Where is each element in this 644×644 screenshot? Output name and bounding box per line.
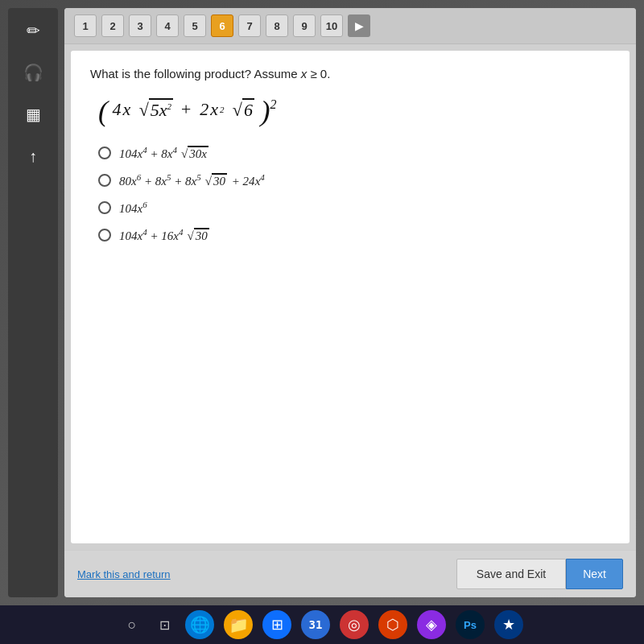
- footer-buttons: Save and Exit Next: [456, 559, 623, 589]
- desktop: ✏ 🎧 ▦ ↑ 1 2 3 4 5 6 7 8 9 10 ▶ What is t…: [0, 0, 644, 644]
- headphone-icon[interactable]: 🎧: [17, 56, 49, 89]
- file-explorer-icon[interactable]: 📁: [224, 610, 253, 639]
- option-c-radio[interactable]: [98, 201, 111, 214]
- option-d[interactable]: 104x4 + 16x4 30: [98, 227, 610, 243]
- nav-forward-arrow[interactable]: ▶: [348, 14, 370, 37]
- photoshop-icon[interactable]: Ps: [456, 610, 485, 639]
- question-num-9[interactable]: 9: [293, 14, 316, 37]
- question-num-3[interactable]: 3: [129, 14, 151, 37]
- question-num-10[interactable]: 10: [320, 14, 343, 37]
- question-num-1[interactable]: 1: [74, 14, 97, 37]
- option-b-text: 80x6 + 8x5 + 8x5 30 + 24x4: [119, 172, 265, 188]
- task-view-icon[interactable]: ⊡: [153, 613, 175, 636]
- math-expression: ( 4x 5x2 + 2x2 6 )2: [98, 97, 610, 126]
- next-button[interactable]: Next: [566, 559, 623, 589]
- question-num-2[interactable]: 2: [101, 14, 124, 37]
- app-icon-6[interactable]: ◎: [340, 610, 369, 639]
- question-num-7[interactable]: 7: [238, 14, 261, 37]
- question-num-5[interactable]: 5: [184, 14, 206, 37]
- app-icon-10[interactable]: ★: [494, 610, 523, 639]
- option-d-text: 104x4 + 16x4 30: [119, 227, 211, 243]
- option-b[interactable]: 80x6 + 8x5 + 8x5 30 + 24x4: [98, 172, 610, 188]
- option-a-text: 104x4 + 8x4 30x: [119, 145, 210, 161]
- question-num-4[interactable]: 4: [156, 14, 179, 37]
- question-footer: Mark this and return Save and Exit Next: [64, 550, 636, 597]
- option-b-radio[interactable]: [98, 174, 111, 187]
- quiz-window: 1 2 3 4 5 6 7 8 9 10 ▶ What is the follo…: [64, 8, 636, 597]
- taskbar: ○ ⊡ 🌐 📁 ⊞ 31 ◎ ⬡ ◈ Ps ★: [0, 605, 644, 644]
- option-a-radio[interactable]: [98, 147, 111, 159]
- options-list: 104x4 + 8x4 30x 80x6 + 8x5 + 8x5 30 + 24…: [98, 145, 610, 243]
- question-nav: 1 2 3 4 5 6 7 8 9 10 ▶: [64, 8, 636, 44]
- option-c-text: 104x6: [119, 200, 147, 216]
- calendar-icon[interactable]: 31: [301, 610, 330, 639]
- question-num-8[interactable]: 8: [266, 14, 288, 37]
- option-a[interactable]: 104x4 + 8x4 30x: [98, 145, 610, 161]
- office-icon[interactable]: ⬡: [378, 610, 407, 639]
- pencil-icon[interactable]: ✏: [17, 14, 49, 47]
- save-exit-button[interactable]: Save and Exit: [456, 559, 566, 589]
- question-text: What is the following product? Assume x …: [90, 67, 610, 80]
- calculator-icon[interactable]: ▦: [17, 98, 49, 130]
- mark-return-link[interactable]: Mark this and return: [77, 568, 171, 580]
- option-d-radio[interactable]: [98, 229, 111, 242]
- option-c[interactable]: 104x6: [98, 200, 610, 216]
- up-arrow-icon[interactable]: ↑: [17, 140, 49, 172]
- app-icon-8[interactable]: ◈: [417, 610, 446, 639]
- question-num-6[interactable]: 6: [211, 14, 233, 37]
- windows-search-icon[interactable]: ○: [121, 613, 143, 636]
- windows-icon[interactable]: ⊞: [262, 610, 291, 639]
- content-area: What is the following product? Assume x …: [71, 51, 630, 543]
- edge-icon[interactable]: 🌐: [185, 610, 214, 639]
- left-sidebar: ✏ 🎧 ▦ ↑: [8, 8, 58, 597]
